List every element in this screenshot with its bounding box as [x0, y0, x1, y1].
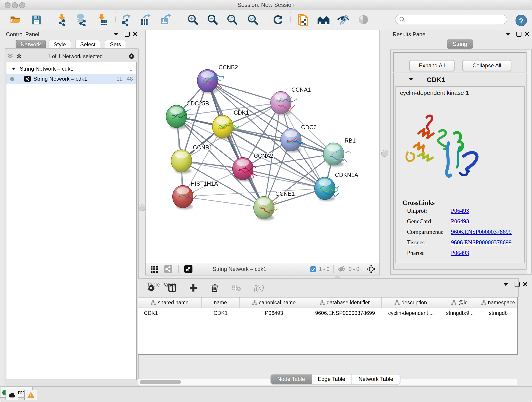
birdseye-icon[interactable]: [367, 264, 376, 274]
network-node-ccne1[interactable]: CCNE1: [254, 191, 295, 220]
column-header-canonical-name[interactable]: canonical name: [240, 298, 308, 307]
results-buttons-box: Expand All Collapse All: [393, 52, 526, 72]
network-node-ccnb1[interactable]: CCNB1: [171, 144, 212, 173]
table-cell[interactable]: stringdb:9...: [440, 308, 479, 318]
import-network-from-file-button[interactable]: [55, 13, 69, 27]
table-cell[interactable]: 9606.ENSP00000378699: [308, 308, 382, 318]
tab-select[interactable]: Select: [75, 40, 101, 49]
table-panel-maximize-icon[interactable]: [515, 282, 520, 287]
node-table[interactable]: shared namenamecanonical namedatabase id…: [138, 297, 518, 355]
control-panel-title: Control Panel: [6, 31, 39, 38]
results-panel-float-icon[interactable]: [506, 33, 510, 36]
table-cell[interactable]: CDK1: [202, 308, 240, 318]
save-session-button[interactable]: [29, 13, 43, 27]
zoom-out-button[interactable]: [205, 13, 219, 27]
search-input[interactable]: [407, 16, 503, 23]
string-home-button[interactable]: [317, 13, 330, 27]
detach-view-icon[interactable]: [184, 265, 192, 273]
tab-node-table[interactable]: Node Table: [271, 375, 311, 384]
table-cell[interactable]: CDK1: [138, 308, 202, 318]
export-image-icon: [159, 13, 172, 26]
column-header-shared-name[interactable]: shared name: [138, 298, 202, 307]
network-node-cdkn1a[interactable]: CDKN1A: [315, 172, 358, 201]
import-network-from-database-button[interactable]: [75, 13, 89, 27]
delete-column-button[interactable]: [209, 282, 220, 293]
column-header-database-identifier[interactable]: database identifier: [308, 298, 382, 307]
zoom-in-button[interactable]: [186, 13, 199, 27]
right-splitter-handle[interactable]: [381, 150, 388, 157]
table-panel-float-icon[interactable]: [504, 283, 508, 286]
crosslink-link[interactable]: P06493: [451, 207, 469, 215]
column-header-namespace[interactable]: namespace: [479, 298, 517, 307]
open-in-string-button[interactable]: [296, 13, 310, 27]
network-canvas[interactable]: CCNB2CCNA1CDC25BCDK1CDC6RB1CCNB1CCNA2CDK…: [145, 30, 380, 263]
help-button[interactable]: ?: [515, 15, 527, 26]
tab-sets[interactable]: Sets: [105, 40, 126, 49]
table-panel-title: Table Panel: [147, 281, 175, 288]
tab-network[interactable]: Network: [16, 40, 46, 49]
network-node-ccnb2[interactable]: CCNB2: [197, 64, 238, 93]
expand-all-button[interactable]: Expand All: [409, 60, 455, 71]
results-scrollbar[interactable]: [527, 51, 531, 274]
control-panel-float-icon[interactable]: [114, 33, 118, 36]
export-image-button[interactable]: [159, 13, 173, 27]
results-panel-maximize-icon[interactable]: [516, 32, 521, 37]
function-builder-button[interactable]: f(x): [251, 282, 267, 293]
tab-network-table[interactable]: Network Table: [352, 375, 400, 384]
network-node-rb1[interactable]: RB1: [323, 137, 356, 167]
refresh-button[interactable]: [271, 13, 285, 27]
cloud-button[interactable]: [6, 390, 18, 400]
table-cell[interactable]: cyclin-dependent ...: [382, 308, 440, 318]
open-file-button[interactable]: [9, 13, 22, 27]
crosslink-link[interactable]: 9606.ENSP00000378699: [451, 239, 512, 246]
warnings-button[interactable]: [24, 390, 37, 400]
table-cell[interactable]: P06493: [240, 308, 308, 318]
column-header-name[interactable]: name: [202, 298, 240, 307]
control-panel-close-icon[interactable]: [133, 32, 138, 36]
export-table-button[interactable]: [139, 13, 152, 27]
collection-expand-icon[interactable]: [12, 68, 16, 70]
collapse-all-button[interactable]: Collapse All: [462, 60, 511, 71]
results-panel-close-icon[interactable]: [525, 32, 529, 36]
node-label: CDC6: [301, 124, 317, 130]
grid-view-icon[interactable]: [150, 265, 158, 273]
search-box[interactable]: [395, 15, 507, 24]
show-all-button[interactable]: [356, 13, 370, 27]
import-table-from-file-button[interactable]: [95, 13, 109, 27]
clear-table-button[interactable]: [231, 282, 242, 293]
network-row[interactable]: String Network – cdk1 11 48: [6, 74, 136, 84]
crosslink-link[interactable]: P06493: [451, 218, 469, 225]
database-icon: [75, 13, 88, 26]
network-edge[interactable]: [183, 197, 264, 208]
add-column-button[interactable]: [188, 282, 199, 293]
entry-collapse-icon[interactable]: [409, 78, 413, 81]
zoom-selected-button[interactable]: [246, 13, 259, 27]
network-collection-row[interactable]: String Network – cdk1 1: [6, 64, 136, 74]
network-edge[interactable]: [208, 81, 264, 208]
table-cell[interactable]: stringdb: [479, 308, 517, 318]
expand-all-icon[interactable]: [16, 53, 22, 59]
network-edge[interactable]: [208, 81, 281, 103]
network-view-icon[interactable]: [164, 265, 172, 273]
left-splitter-handle[interactable]: [138, 204, 145, 211]
gear-icon[interactable]: [128, 53, 135, 60]
open-folder-icon: [9, 13, 22, 26]
column-header-description[interactable]: description: [382, 298, 440, 307]
control-panel-maximize-icon[interactable]: [125, 32, 130, 37]
collapse-all-icon[interactable]: [7, 53, 13, 59]
selected-checkbox-icon[interactable]: [310, 266, 316, 272]
tab-style[interactable]: Style: [49, 40, 71, 49]
tab-edge-table[interactable]: Edge Table: [311, 375, 352, 384]
network-graph[interactable]: CCNB2CCNA1CDC25BCDK1CDC6RB1CCNB1CCNA2CDK…: [146, 30, 380, 263]
table-row[interactable]: CDK1CDK1P064939606.ENSP00000378699cyclin…: [138, 308, 517, 318]
table-panel-close-icon[interactable]: [523, 282, 527, 287]
column-header--id[interactable]: @id: [440, 298, 479, 307]
crosslink-link[interactable]: 9606.ENSP00000378699: [451, 228, 512, 236]
tab-string[interactable]: String: [447, 39, 473, 49]
export-network-button[interactable]: [119, 13, 133, 27]
network-node-ccna1[interactable]: CCNA1: [271, 86, 311, 115]
hide-selected-button[interactable]: [336, 13, 350, 27]
crosslink-link[interactable]: P06493: [451, 249, 469, 257]
zoom-fit-button[interactable]: [225, 13, 239, 27]
refresh-icon: [272, 13, 284, 26]
